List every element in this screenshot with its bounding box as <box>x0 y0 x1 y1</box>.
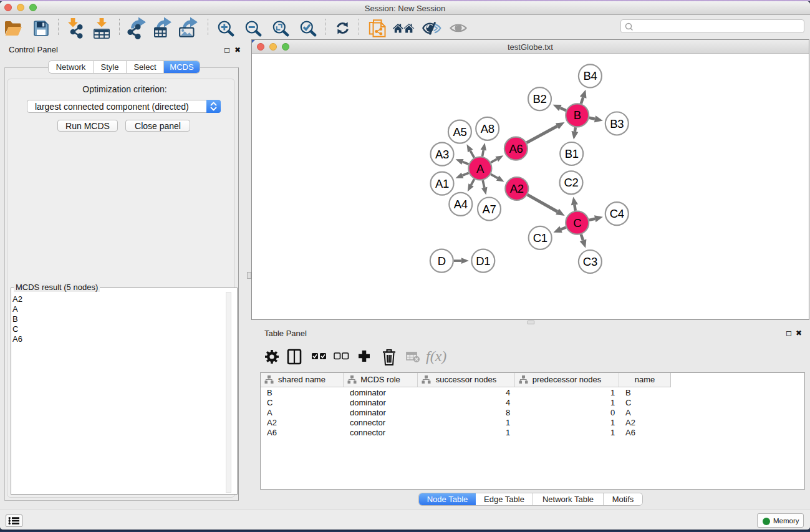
svg-text:A: A <box>476 162 485 175</box>
svg-text:B4: B4 <box>583 69 597 82</box>
svg-text:B2: B2 <box>533 92 546 105</box>
svg-text:D1: D1 <box>476 254 490 268</box>
svg-text:A5: A5 <box>453 125 466 138</box>
svg-text:A8: A8 <box>481 122 494 135</box>
svg-text:D: D <box>438 254 446 268</box>
svg-text:C: C <box>573 216 581 230</box>
svg-text:f(x): f(x) <box>426 348 446 364</box>
svg-text:C2: C2 <box>564 176 578 189</box>
svg-text:C1: C1 <box>533 231 547 244</box>
svg-text:C4: C4 <box>610 207 624 220</box>
svg-text:A6: A6 <box>509 142 523 155</box>
svg-text:C3: C3 <box>583 255 597 268</box>
svg-text:B: B <box>574 109 581 122</box>
svg-text:B3: B3 <box>610 117 624 130</box>
svg-text:B1: B1 <box>565 147 579 160</box>
svg-text:A2: A2 <box>510 182 524 195</box>
svg-text:A4: A4 <box>454 198 468 211</box>
svg-text:A1: A1 <box>435 177 449 190</box>
svg-text:A7: A7 <box>482 203 496 216</box>
svg-text:A3: A3 <box>435 148 449 161</box>
